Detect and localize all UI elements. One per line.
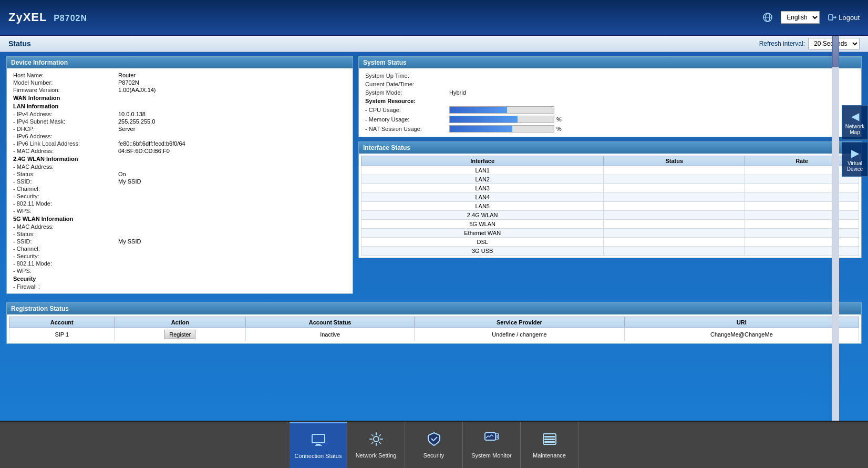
device-info-value: Router [118, 72, 136, 78]
toolbar-item-system-monitor[interactable]: System Monitor [463, 422, 521, 468]
toolbar-label: Network Setting [356, 452, 397, 459]
device-info-row: - SSID:My SSID [11, 238, 348, 245]
toolbar-item-maintenance[interactable]: Maintenance [521, 422, 578, 468]
progress-bar-container [449, 116, 554, 123]
sys-resource-row: - CPU Usage: [363, 105, 857, 115]
device-info-label: - MAC Address: [13, 164, 118, 170]
system-status-header: System Status [359, 57, 861, 68]
iface-status [604, 202, 745, 211]
device-info-label: - SSID: [13, 238, 118, 245]
device-info-label: - Status: [13, 231, 118, 237]
device-info-label: - SSID: [13, 178, 118, 185]
scroll-thumb[interactable] [832, 36, 839, 67]
device-info-label: - WPS: [13, 268, 118, 274]
iface-interface: LAN3 [361, 184, 604, 193]
device-info-row: - SSID:My SSID [11, 178, 348, 185]
device-info-section: Device Information Host Name:RouterModel… [6, 56, 353, 294]
registration-table: AccountActionAccount StatusService Provi… [9, 317, 859, 341]
page-title: Status [8, 39, 31, 48]
reg-action-cell: Register [115, 328, 246, 341]
scrollbar[interactable] [832, 36, 839, 421]
device-info-label: - 802.11 Mode: [13, 200, 118, 207]
iface-rate [745, 229, 859, 238]
device-info-group: WAN Information [11, 94, 348, 102]
iface-interface: LAN4 [361, 193, 604, 202]
iface-rate [745, 247, 859, 256]
network-map-nav[interactable]: ◀ Network Map [842, 105, 868, 140]
toolbar-item-security[interactable]: Security [405, 422, 463, 468]
device-info-label: - Channel: [13, 186, 118, 192]
system-status-section: System Status System Up Time:Current Dat… [358, 56, 862, 137]
language-select[interactable]: English [781, 11, 820, 24]
register-button[interactable]: Register [164, 330, 195, 339]
device-info-row: Host Name:Router [11, 72, 348, 79]
iface-rate [745, 202, 859, 211]
reg-col-header: Action [115, 317, 246, 328]
refresh-area: Refresh interval: 20 Seconds30 Seconds60… [759, 38, 860, 49]
svg-rect-5 [312, 434, 325, 443]
logo-text: ZyXEL P8702N [8, 11, 87, 24]
device-info-row: Model Number:P8702N [11, 79, 348, 86]
toolbar-item-connection-status[interactable]: Connection Status [290, 422, 347, 468]
device-info-group: 2.4G WLAN Information [11, 155, 348, 163]
svg-rect-14 [544, 439, 555, 440]
iface-rate [745, 220, 859, 229]
device-info-row: - MAC Address:04:BF:6D:CD:B6:F0 [11, 147, 348, 155]
device-info-row: - IPv4 Subnet Mask:255.255.255.0 [11, 118, 348, 125]
interface-status-header: Interface Status [359, 142, 861, 154]
logout-button[interactable]: Logout [828, 13, 860, 22]
right-panel: System Status System Up Time:Current Dat… [358, 56, 862, 298]
progress-bar-fill [450, 126, 512, 132]
device-info-group: Security [11, 274, 348, 283]
right-arrow-icon: ▶ [851, 147, 859, 159]
interface-row: LAN2 [361, 175, 859, 184]
interface-row: LAN1 [361, 166, 859, 175]
device-info-row: - Channel: [11, 245, 348, 252]
iface-rate [745, 193, 859, 202]
device-info-label: - IPv4 Address: [13, 111, 118, 117]
left-arrow-icon: ◀ [851, 110, 859, 123]
iface-status [604, 211, 745, 220]
toolbar-label: Security [423, 452, 445, 459]
progress-bar-fill [450, 107, 507, 113]
sys-resource-row: - Memory Usage: % [363, 115, 857, 124]
iface-interface: 5G WLAN [361, 220, 604, 229]
iface-rate [745, 211, 859, 220]
reg-status: Inactive [246, 328, 415, 341]
sys-info-row: System Up Time: [363, 72, 857, 80]
toolbar-icon-security [427, 432, 441, 450]
device-info-row: Firmware Version:1.00(AAJX.14) [11, 86, 348, 94]
device-info-value: 10.0.0.138 [118, 111, 146, 117]
device-info-row: - MAC Address: [11, 163, 348, 170]
device-info-row: - WPS: [11, 267, 348, 274]
system-status-title: System Status [363, 59, 407, 66]
left-panel: Device Information Host Name:RouterModel… [6, 56, 353, 298]
device-info-value: fe80::6bf:6dff:fecd:b6f0/64 [118, 140, 185, 147]
language-icon [763, 13, 772, 22]
sys-label: System Mode: [365, 89, 449, 96]
iface-interface: Ethernet WAN [361, 229, 604, 238]
interface-row: LAN5 [361, 202, 859, 211]
interface-row: LAN4 [361, 193, 859, 202]
device-info-label: - 802.11 Mode: [13, 260, 118, 267]
device-info-row: - 802.11 Mode: [11, 260, 348, 267]
device-info-label: - MAC Address: [13, 223, 118, 230]
iface-interface: DSL [361, 238, 604, 247]
progress-suffix: % [556, 126, 562, 132]
device-info-row: - WPS: [11, 207, 348, 215]
device-info-label: - DHCP: [13, 126, 118, 132]
device-info-label: - Channel: [13, 246, 118, 252]
reg-col-header: Account [9, 317, 115, 328]
header-right: English Logout [763, 11, 860, 24]
device-info-label: - Security: [13, 193, 118, 199]
device-info-label: - Security: [13, 253, 118, 259]
reg-col-header: Service Provider [415, 317, 625, 328]
interface-row: LAN3 [361, 184, 859, 193]
virtual-device-nav[interactable]: ▶ Virtual Device [842, 142, 868, 177]
toolbar-item-network-setting[interactable]: Network Setting [347, 422, 405, 468]
iface-interface: LAN1 [361, 166, 604, 175]
reg-col-header: Account Status [246, 317, 415, 328]
system-status-body: System Up Time:Current Date/Time:System … [359, 68, 861, 137]
device-info-label: Model Number: [13, 79, 118, 86]
device-info-label: Host Name: [13, 72, 118, 78]
